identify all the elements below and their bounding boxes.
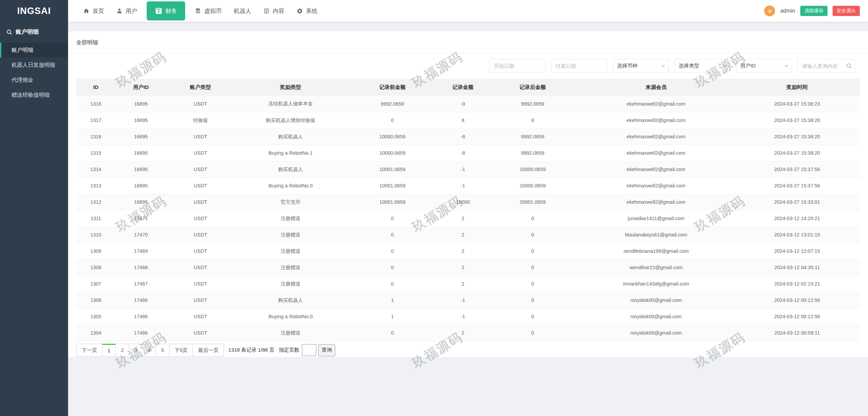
filter-bar: 选择币种 选择类型 用户ID [76,59,855,73]
cell-amount-before: 10001.0659 [347,161,438,178]
page-5[interactable]: 5 [156,344,169,357]
cell-source-member: junaidiar1411@gmail.com [578,210,734,227]
cell-source-member: ekehmaxwell2@gmail.com [578,194,734,210]
page-next5-button[interactable]: 下5页 [169,344,193,357]
sidebar-item-robot-daily-release[interactable]: 机器人日发放明细 [0,58,68,73]
page-1[interactable]: 1 [102,344,116,357]
cell-reward-time: 2024-03-27 15:38:20 [735,145,860,161]
table-row: 1317 16895 经验值 购买机器人增加经验值 0 8 8 ekehmaxw… [76,112,860,128]
cell-reward-type: Buying a RobotNo.0 [235,308,347,325]
sidebar-item-gift-exp-detail[interactable]: 赠送经验值明细 [0,88,68,103]
cell-reward-type: 注册赠送 [235,259,347,276]
top-nav-users[interactable]: 用户 [110,0,143,22]
search-icon[interactable] [846,63,852,69]
chevron-down-icon [661,63,666,68]
cell-reward-time: 2024-03-12 14:20:21 [735,210,860,227]
coin-select[interactable]: 选择币种 [613,59,669,73]
cell-id: 1305 [76,308,115,325]
cell-account-type: USDT [166,145,235,161]
admin-username: admin [780,8,795,14]
cell-user-id: 16895 [115,96,166,112]
cell-source-member: rosyidok00@gmail.com [578,325,734,341]
goto-query-button[interactable]: 查询 [318,344,335,356]
page-number-buttons: 1 2 3 4 5 [102,344,170,357]
cell-amount-before: 10001.0659 [347,178,438,194]
top-nav-finance[interactable]: ¥ 财务 [147,1,185,20]
cell-amount-before: 0 [347,210,438,227]
page-2[interactable]: 2 [115,344,129,357]
page-3[interactable]: 3 [129,344,143,357]
table-row: 1315 16895 USDT Buying a RobotNo.1 10000… [76,145,860,161]
cell-reward-time: 2024-03-27 15:38:20 [735,112,860,128]
title-divider [68,53,868,53]
cell-amount: 2 [438,276,487,292]
cell-amount-after: 9992.0659 [488,96,578,112]
cell-source-member: ekehmaxwell2@gmail.com [578,128,734,145]
clear-cache-button[interactable]: 清除缓存 [800,6,827,16]
cell-amount-before: 0 [347,227,438,243]
table-header-cell: 奖励类型 [235,79,347,96]
cell-amount: 2 [438,227,487,243]
type-select[interactable]: 选择类型 [674,59,730,73]
table-row: 1307 17467 USDT 注册赠送 0 2 0 Imrankhan143a… [76,276,860,292]
cell-amount: -0 [438,96,487,112]
table-row: 1304 17466 USDT 注册赠送 0 2 0 rosyidok00@gm… [76,325,860,341]
page-next-button[interactable]: 下一页 [76,344,102,357]
sidebar-section-account-detail[interactable]: 账户明细 [0,22,68,41]
cell-id: 1316 [76,128,115,145]
cell-amount-before: 0 [347,243,438,259]
cell-id: 1311 [76,210,115,227]
top-nav-item-label: 首页 [93,7,104,15]
logout-button[interactable]: 安全退出 [833,6,860,16]
svg-text:¥: ¥ [158,10,160,14]
field-select-value: 用户ID [740,63,756,69]
table-header: ID用户ID账户类型奖励类型记录前金额记录金额记录后金额来源会员奖励时间 [76,79,860,96]
page-last-button[interactable]: 最后一页 [193,344,224,357]
pagination: 下一页 1 2 3 4 5 下5页 最后一页 1318 [76,344,860,357]
cell-id: 1304 [76,325,115,341]
field-select[interactable]: 用户ID [736,59,792,73]
table-header-row: ID用户ID账户类型奖励类型记录前金额记录金额记录后金额来源会员奖励时间 [76,79,860,96]
sidebar-item-agent-commission[interactable]: 代理佣金 [0,73,68,88]
end-date-input[interactable] [551,59,607,73]
sidebar-item-label: 账户明细 [12,47,33,53]
cell-reward-type: Buying a RobotNo.0 [235,178,347,194]
top-nav-item-label: 财务 [165,7,177,15]
cell-reward-time: 2024-03-12 00:12:56 [735,308,860,325]
cell-amount: 2 [438,243,487,259]
table-body: 1318 16895 USDT 冻结机器人做单本金 9992.0659 -0 9… [76,96,860,341]
page-title: 全部明细 [68,31,868,53]
top-nav-home[interactable]: 首页 [77,0,110,22]
sidebar: INGSAI 账户明细 账户明细 机器人日发放明细 代理佣金 赠送经验值明细 [0,0,68,416]
cell-reward-type: 购买机器人 [235,128,347,145]
cell-reward-type: 购买机器人 [235,161,347,178]
cell-account-type: USDT [166,276,235,292]
sidebar-item-account-detail[interactable]: 账户明细 [0,43,68,58]
top-nav-crypto[interactable]: 虚拟币 [189,0,228,22]
cell-amount-before: 10001.0659 [347,194,438,210]
cell-account-type: USDT [166,178,235,194]
cell-id: 1315 [76,145,115,161]
cell-reward-time: 2024-03-12 04:35:11 [735,259,860,276]
start-date-input[interactable] [489,59,546,73]
cell-source-member: Maulanaboys61@gmail.com [578,227,734,243]
top-nav-robot[interactable]: 机器人 [228,0,257,22]
cell-reward-type: Buying a RobotNo.1 [235,145,347,161]
cell-id: 1312 [76,194,115,210]
goto-page-input[interactable] [302,344,316,356]
top-nav-system[interactable]: 系统 [290,0,324,22]
cell-amount: 2 [438,325,487,341]
cell-account-type: USDT [166,210,235,227]
cell-user-id: 17468 [115,259,166,276]
top-nav-content[interactable]: 内容 [257,0,290,22]
cell-amount-after: 20001.0659 [488,194,578,210]
cell-source-member: wendihar22@gmail.com [578,259,734,276]
sidebar-section-label: 账户明细 [16,28,39,36]
page-4[interactable]: 4 [142,344,156,357]
cell-source-member: rosyidok00@gmail.com [578,308,734,325]
cell-amount: 2 [438,210,487,227]
cell-amount-after: 10000.0659 [488,161,578,178]
table-row: 1310 17470 USDT 注册赠送 0 2 0 Maulanaboys61… [76,227,860,243]
cell-account-type: USDT [166,308,235,325]
avatar[interactable]: a [764,5,775,16]
